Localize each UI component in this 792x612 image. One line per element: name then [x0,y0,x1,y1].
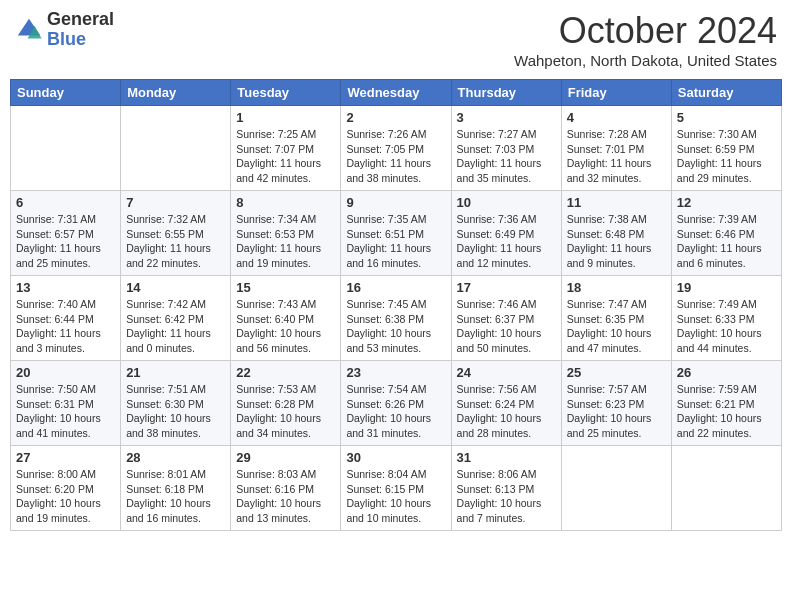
day-info-6: Sunrise: 7:31 AMSunset: 6:57 PMDaylight:… [16,212,115,271]
cell-3-2: 22Sunrise: 7:53 AMSunset: 6:28 PMDayligh… [231,361,341,446]
day-number-21: 21 [126,365,225,380]
cell-3-6: 26Sunrise: 7:59 AMSunset: 6:21 PMDayligh… [671,361,781,446]
logo-text: General Blue [47,10,114,50]
cell-4-4: 31Sunrise: 8:06 AMSunset: 6:13 PMDayligh… [451,446,561,531]
day-info-16: Sunrise: 7:45 AMSunset: 6:38 PMDaylight:… [346,297,445,356]
day-number-15: 15 [236,280,335,295]
cell-4-0: 27Sunrise: 8:00 AMSunset: 6:20 PMDayligh… [11,446,121,531]
day-info-19: Sunrise: 7:49 AMSunset: 6:33 PMDaylight:… [677,297,776,356]
cell-1-6: 12Sunrise: 7:39 AMSunset: 6:46 PMDayligh… [671,191,781,276]
cell-4-5 [561,446,671,531]
day-number-3: 3 [457,110,556,125]
cell-4-6 [671,446,781,531]
day-number-14: 14 [126,280,225,295]
day-info-24: Sunrise: 7:56 AMSunset: 6:24 PMDaylight:… [457,382,556,441]
header-sunday: Sunday [11,80,121,106]
day-number-26: 26 [677,365,776,380]
day-info-31: Sunrise: 8:06 AMSunset: 6:13 PMDaylight:… [457,467,556,526]
cell-0-2: 1Sunrise: 7:25 AMSunset: 7:07 PMDaylight… [231,106,341,191]
day-info-4: Sunrise: 7:28 AMSunset: 7:01 PMDaylight:… [567,127,666,186]
day-number-13: 13 [16,280,115,295]
day-number-10: 10 [457,195,556,210]
header-saturday: Saturday [671,80,781,106]
cell-4-1: 28Sunrise: 8:01 AMSunset: 6:18 PMDayligh… [121,446,231,531]
location-label: Wahpeton, North Dakota, United States [514,52,777,69]
cell-0-1 [121,106,231,191]
header-friday: Friday [561,80,671,106]
title-area: October 2024 Wahpeton, North Dakota, Uni… [514,10,777,69]
week-row-0: 1Sunrise: 7:25 AMSunset: 7:07 PMDaylight… [11,106,782,191]
cell-2-6: 19Sunrise: 7:49 AMSunset: 6:33 PMDayligh… [671,276,781,361]
logo-general-label: General [47,10,114,30]
day-info-8: Sunrise: 7:34 AMSunset: 6:53 PMDaylight:… [236,212,335,271]
cell-2-1: 14Sunrise: 7:42 AMSunset: 6:42 PMDayligh… [121,276,231,361]
cell-0-0 [11,106,121,191]
logo-icon [15,16,43,44]
day-number-11: 11 [567,195,666,210]
cell-3-3: 23Sunrise: 7:54 AMSunset: 6:26 PMDayligh… [341,361,451,446]
week-row-1: 6Sunrise: 7:31 AMSunset: 6:57 PMDaylight… [11,191,782,276]
cell-1-0: 6Sunrise: 7:31 AMSunset: 6:57 PMDaylight… [11,191,121,276]
day-number-25: 25 [567,365,666,380]
day-number-19: 19 [677,280,776,295]
day-number-27: 27 [16,450,115,465]
cell-3-5: 25Sunrise: 7:57 AMSunset: 6:23 PMDayligh… [561,361,671,446]
cell-4-3: 30Sunrise: 8:04 AMSunset: 6:15 PMDayligh… [341,446,451,531]
week-row-4: 27Sunrise: 8:00 AMSunset: 6:20 PMDayligh… [11,446,782,531]
day-number-8: 8 [236,195,335,210]
day-info-13: Sunrise: 7:40 AMSunset: 6:44 PMDaylight:… [16,297,115,356]
day-info-29: Sunrise: 8:03 AMSunset: 6:16 PMDaylight:… [236,467,335,526]
cell-2-0: 13Sunrise: 7:40 AMSunset: 6:44 PMDayligh… [11,276,121,361]
day-info-9: Sunrise: 7:35 AMSunset: 6:51 PMDaylight:… [346,212,445,271]
day-number-5: 5 [677,110,776,125]
cell-2-2: 15Sunrise: 7:43 AMSunset: 6:40 PMDayligh… [231,276,341,361]
day-number-12: 12 [677,195,776,210]
cell-1-4: 10Sunrise: 7:36 AMSunset: 6:49 PMDayligh… [451,191,561,276]
day-number-20: 20 [16,365,115,380]
week-row-3: 20Sunrise: 7:50 AMSunset: 6:31 PMDayligh… [11,361,782,446]
calendar-table: SundayMondayTuesdayWednesdayThursdayFrid… [10,79,782,531]
day-info-21: Sunrise: 7:51 AMSunset: 6:30 PMDaylight:… [126,382,225,441]
month-title: October 2024 [514,10,777,52]
day-info-28: Sunrise: 8:01 AMSunset: 6:18 PMDaylight:… [126,467,225,526]
day-info-14: Sunrise: 7:42 AMSunset: 6:42 PMDaylight:… [126,297,225,356]
day-number-1: 1 [236,110,335,125]
cell-2-5: 18Sunrise: 7:47 AMSunset: 6:35 PMDayligh… [561,276,671,361]
cell-2-4: 17Sunrise: 7:46 AMSunset: 6:37 PMDayligh… [451,276,561,361]
day-info-5: Sunrise: 7:30 AMSunset: 6:59 PMDaylight:… [677,127,776,186]
day-info-1: Sunrise: 7:25 AMSunset: 7:07 PMDaylight:… [236,127,335,186]
cell-1-2: 8Sunrise: 7:34 AMSunset: 6:53 PMDaylight… [231,191,341,276]
day-number-31: 31 [457,450,556,465]
day-info-25: Sunrise: 7:57 AMSunset: 6:23 PMDaylight:… [567,382,666,441]
cell-0-5: 4Sunrise: 7:28 AMSunset: 7:01 PMDaylight… [561,106,671,191]
header-row: SundayMondayTuesdayWednesdayThursdayFrid… [11,80,782,106]
day-info-22: Sunrise: 7:53 AMSunset: 6:28 PMDaylight:… [236,382,335,441]
cell-0-3: 2Sunrise: 7:26 AMSunset: 7:05 PMDaylight… [341,106,451,191]
day-info-26: Sunrise: 7:59 AMSunset: 6:21 PMDaylight:… [677,382,776,441]
day-number-6: 6 [16,195,115,210]
day-number-2: 2 [346,110,445,125]
day-number-17: 17 [457,280,556,295]
day-number-28: 28 [126,450,225,465]
header-tuesday: Tuesday [231,80,341,106]
day-number-4: 4 [567,110,666,125]
cell-3-1: 21Sunrise: 7:51 AMSunset: 6:30 PMDayligh… [121,361,231,446]
cell-2-3: 16Sunrise: 7:45 AMSunset: 6:38 PMDayligh… [341,276,451,361]
day-info-3: Sunrise: 7:27 AMSunset: 7:03 PMDaylight:… [457,127,556,186]
day-info-15: Sunrise: 7:43 AMSunset: 6:40 PMDaylight:… [236,297,335,356]
calendar-header: SundayMondayTuesdayWednesdayThursdayFrid… [11,80,782,106]
header-thursday: Thursday [451,80,561,106]
day-number-22: 22 [236,365,335,380]
day-number-16: 16 [346,280,445,295]
day-info-17: Sunrise: 7:46 AMSunset: 6:37 PMDaylight:… [457,297,556,356]
logo-blue-label: Blue [47,30,114,50]
day-info-20: Sunrise: 7:50 AMSunset: 6:31 PMDaylight:… [16,382,115,441]
cell-0-6: 5Sunrise: 7:30 AMSunset: 6:59 PMDaylight… [671,106,781,191]
day-number-30: 30 [346,450,445,465]
day-info-7: Sunrise: 7:32 AMSunset: 6:55 PMDaylight:… [126,212,225,271]
day-info-11: Sunrise: 7:38 AMSunset: 6:48 PMDaylight:… [567,212,666,271]
day-number-7: 7 [126,195,225,210]
day-info-27: Sunrise: 8:00 AMSunset: 6:20 PMDaylight:… [16,467,115,526]
calendar-body: 1Sunrise: 7:25 AMSunset: 7:07 PMDaylight… [11,106,782,531]
day-info-2: Sunrise: 7:26 AMSunset: 7:05 PMDaylight:… [346,127,445,186]
